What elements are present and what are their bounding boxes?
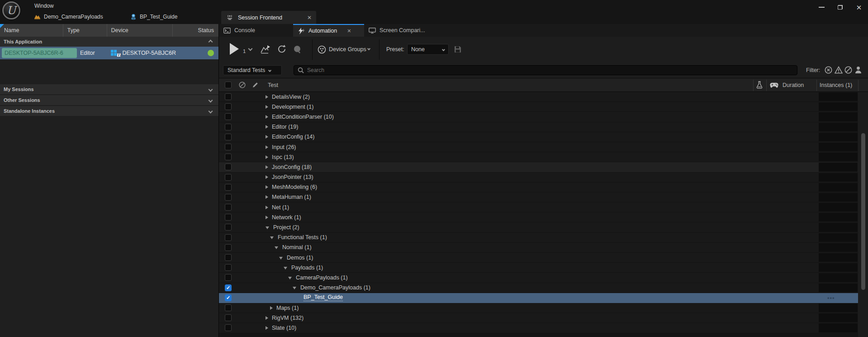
session-name-field[interactable]: DESKTOP-5ABJC6R-6 bbox=[2, 48, 77, 58]
row-checkbox[interactable] bbox=[225, 234, 232, 241]
expander-triangle-icon[interactable] bbox=[266, 115, 268, 119]
expander-triangle-icon[interactable] bbox=[266, 195, 268, 199]
column-header-instances[interactable]: Instances (1) bbox=[820, 82, 852, 88]
tree-row[interactable]: MeshModeling (6) ••• bbox=[219, 183, 868, 193]
menu-window[interactable]: Window bbox=[32, 2, 57, 10]
row-checkbox[interactable] bbox=[225, 194, 232, 201]
row-checkbox[interactable] bbox=[225, 264, 232, 271]
preset-dropdown[interactable]: None bbox=[407, 44, 449, 55]
run-options-chevron-icon[interactable] bbox=[248, 47, 253, 51]
expander-triangle-icon[interactable] bbox=[266, 175, 268, 179]
row-checkbox[interactable] bbox=[225, 93, 232, 100]
row-checkbox[interactable] bbox=[225, 294, 232, 301]
tree-row[interactable]: Payloads (1) ••• bbox=[219, 263, 868, 273]
tree-row[interactable]: Functional Tests (1) ••• bbox=[219, 233, 868, 243]
session-row-desktop-editor[interactable]: DESKTOP-5ABJC6R-6 Editor u DESKTOP-5ABJC… bbox=[0, 47, 218, 59]
run-tests-button[interactable] bbox=[230, 43, 239, 55]
row-checkbox[interactable] bbox=[225, 244, 232, 251]
filter-warnings-icon[interactable] bbox=[835, 66, 843, 74]
expander-triangle-icon[interactable] bbox=[266, 155, 268, 159]
row-checkbox[interactable] bbox=[225, 113, 232, 120]
row-checkbox[interactable] bbox=[225, 214, 232, 221]
column-header-test[interactable]: Test bbox=[268, 82, 278, 88]
close-icon[interactable]: ✕ bbox=[347, 28, 351, 34]
expander-triangle-icon[interactable] bbox=[266, 145, 268, 149]
column-header-device[interactable]: Device bbox=[107, 24, 173, 37]
row-checkbox[interactable] bbox=[225, 174, 232, 181]
expander-triangle-icon[interactable] bbox=[266, 95, 268, 99]
tab-screen-comparison[interactable]: Screen Compari... bbox=[364, 24, 436, 37]
smoke-test-flask-icon[interactable] bbox=[756, 81, 763, 89]
tree-row[interactable]: MetaHuman (1) ••• bbox=[219, 193, 868, 202]
row-checkbox[interactable] bbox=[225, 144, 232, 150]
row-checkbox[interactable] bbox=[225, 314, 232, 321]
tree-row[interactable]: Slate (10) ••• bbox=[219, 323, 868, 333]
row-checkbox[interactable] bbox=[225, 204, 232, 211]
expander-triangle-icon[interactable] bbox=[266, 226, 269, 229]
filter-errors-icon[interactable] bbox=[825, 66, 832, 74]
row-checkbox[interactable] bbox=[225, 284, 232, 291]
exclude-icon[interactable] bbox=[239, 82, 246, 88]
expander-triangle-icon[interactable] bbox=[266, 316, 268, 320]
tree-row[interactable]: Maps (1) ••• bbox=[219, 303, 868, 313]
row-checkbox[interactable] bbox=[225, 274, 232, 281]
row-checkbox[interactable] bbox=[225, 134, 232, 140]
expander-triangle-icon[interactable] bbox=[266, 125, 268, 129]
row-checkbox[interactable] bbox=[225, 304, 232, 311]
group-my-sessions[interactable]: My Sessions bbox=[0, 84, 218, 94]
tab-automation[interactable]: Automation ✕ bbox=[293, 24, 364, 37]
tree-row[interactable]: Demo_CameraPayloads (1) ••• bbox=[219, 283, 868, 293]
row-checkbox[interactable] bbox=[225, 124, 232, 130]
expander-triangle-icon[interactable] bbox=[279, 257, 283, 260]
close-button[interactable]: ✕ bbox=[852, 2, 866, 13]
tree-row[interactable]: Editor (19) ••• bbox=[219, 122, 868, 132]
tree-row[interactable]: DetailsView (2) ••• bbox=[219, 92, 868, 102]
group-other-sessions[interactable]: Other Sessions bbox=[0, 95, 218, 105]
filter-disabled-icon[interactable] bbox=[844, 66, 852, 74]
column-header-status[interactable]: Status bbox=[173, 24, 218, 37]
vertical-scrollbar-thumb[interactable] bbox=[861, 133, 865, 290]
column-header-name[interactable]: Name bbox=[0, 24, 63, 37]
column-header-type[interactable]: Type bbox=[63, 24, 107, 37]
row-checkbox[interactable] bbox=[225, 103, 232, 110]
restore-button[interactable] bbox=[833, 2, 847, 13]
row-checkbox[interactable] bbox=[225, 184, 232, 191]
row-checkbox[interactable] bbox=[225, 254, 232, 261]
expander-triangle-icon[interactable] bbox=[266, 135, 268, 139]
tree-row[interactable]: EditConditionParser (10) ••• bbox=[219, 112, 868, 122]
tree-row[interactable]: BP_Test_Guide ••• bbox=[219, 293, 868, 303]
tab-session-frontend[interactable]: Session Frontend ✕ bbox=[221, 11, 316, 24]
device-groups-button[interactable]: Device Groups bbox=[329, 46, 366, 53]
row-checkbox[interactable] bbox=[225, 164, 232, 170]
tree-row[interactable]: RigVM (132) ••• bbox=[219, 313, 868, 323]
tree-row[interactable]: Development (1) ••• bbox=[219, 102, 868, 112]
search-input[interactable] bbox=[307, 67, 793, 73]
expander-triangle-icon[interactable] bbox=[266, 185, 268, 189]
close-icon[interactable]: ✕ bbox=[307, 14, 312, 21]
tree-row[interactable]: Network (1) ••• bbox=[219, 212, 868, 222]
tree-row[interactable]: EditorConfig (14) ••• bbox=[219, 132, 868, 142]
tree-row[interactable]: CameraPayloads (1) ••• bbox=[219, 273, 868, 283]
filter-developer-icon[interactable] bbox=[855, 66, 862, 74]
asset-tab-bp-test-guide[interactable]: BP_Test_Guide bbox=[130, 12, 177, 22]
minimize-button[interactable] bbox=[815, 2, 828, 13]
expander-triangle-icon[interactable] bbox=[275, 246, 278, 249]
group-this-application[interactable]: This Application bbox=[0, 37, 218, 47]
search-box[interactable] bbox=[294, 65, 797, 75]
expander-triangle-icon[interactable] bbox=[266, 206, 268, 209]
tree-row[interactable]: Demos (1) ••• bbox=[219, 253, 868, 263]
edit-pencil-icon[interactable] bbox=[252, 82, 259, 88]
expander-triangle-icon[interactable] bbox=[270, 306, 273, 310]
asset-tab-demo-camerapayloads[interactable]: Demo_CameraPayloads bbox=[34, 12, 103, 22]
tree-row[interactable]: Ispc (13) ••• bbox=[219, 152, 868, 162]
tree-row[interactable]: JsonConfig (18) ••• bbox=[219, 162, 868, 172]
expander-triangle-icon[interactable] bbox=[288, 277, 292, 279]
gamepad-icon[interactable] bbox=[770, 82, 778, 88]
expander-triangle-icon[interactable] bbox=[266, 326, 268, 330]
tree-row[interactable]: Project (2) ••• bbox=[219, 222, 868, 232]
column-header-duration[interactable]: Duration bbox=[783, 82, 804, 88]
row-checkbox[interactable] bbox=[225, 154, 232, 160]
row-checkbox[interactable] bbox=[225, 224, 232, 231]
select-all-checkbox[interactable] bbox=[225, 82, 232, 88]
tree-row[interactable]: Input (26) ••• bbox=[219, 142, 868, 152]
